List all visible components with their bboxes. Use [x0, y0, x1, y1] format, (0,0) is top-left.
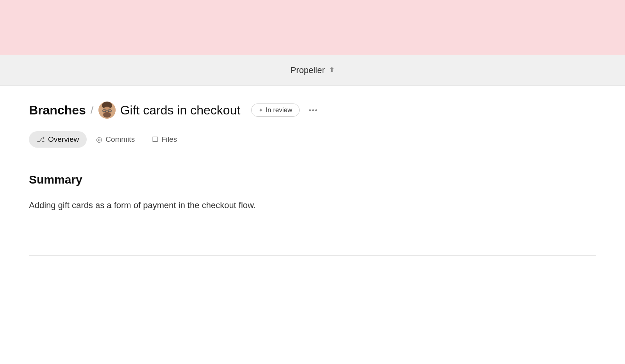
- workspace-selector[interactable]: Propeller ⬍: [290, 65, 334, 75]
- more-dot-3: [315, 109, 317, 111]
- branch-title: Gift cards in checkout: [120, 103, 241, 118]
- tab-commits-label: Commits: [105, 135, 135, 144]
- tab-overview-label: Overview: [48, 135, 79, 144]
- workspace-chevron-icon: ⬍: [329, 67, 335, 73]
- status-icon: ✦: [259, 107, 263, 113]
- toolbar: Propeller ⬍: [0, 55, 625, 86]
- title-row: Branches / Gift cards in checkout ✦: [29, 102, 596, 119]
- bottom-divider: [29, 255, 596, 256]
- avatar: [98, 102, 116, 119]
- tab-files[interactable]: ☐ Files: [144, 131, 185, 148]
- tabs-row: ⎇ Overview ◎ Commits ☐ Files: [29, 131, 596, 148]
- summary-title: Summary: [29, 173, 596, 186]
- status-label: In review: [266, 106, 292, 114]
- summary-body: Adding gift cards as a form of payment i…: [29, 199, 596, 212]
- tab-overview[interactable]: ⎇ Overview: [29, 131, 87, 148]
- tab-files-label: Files: [161, 135, 177, 144]
- main-content: Branches / Gift cards in checkout ✦: [0, 86, 625, 256]
- overview-icon: ⎇: [37, 135, 45, 144]
- tab-commits[interactable]: ◎ Commits: [88, 131, 143, 148]
- more-dot-2: [312, 109, 314, 111]
- files-icon: ☐: [152, 135, 158, 144]
- status-badge[interactable]: ✦ In review: [251, 103, 300, 117]
- breadcrumb-label: Branches: [29, 103, 86, 118]
- commits-icon: ◎: [96, 135, 102, 144]
- summary-section: Summary Adding gift cards as a form of p…: [29, 154, 596, 224]
- more-options-button[interactable]: [306, 107, 320, 114]
- svg-point-6: [103, 112, 111, 118]
- workspace-title: Propeller: [290, 65, 325, 75]
- top-banner: [0, 0, 625, 55]
- breadcrumb-separator: /: [91, 104, 94, 116]
- more-dot-1: [309, 109, 311, 111]
